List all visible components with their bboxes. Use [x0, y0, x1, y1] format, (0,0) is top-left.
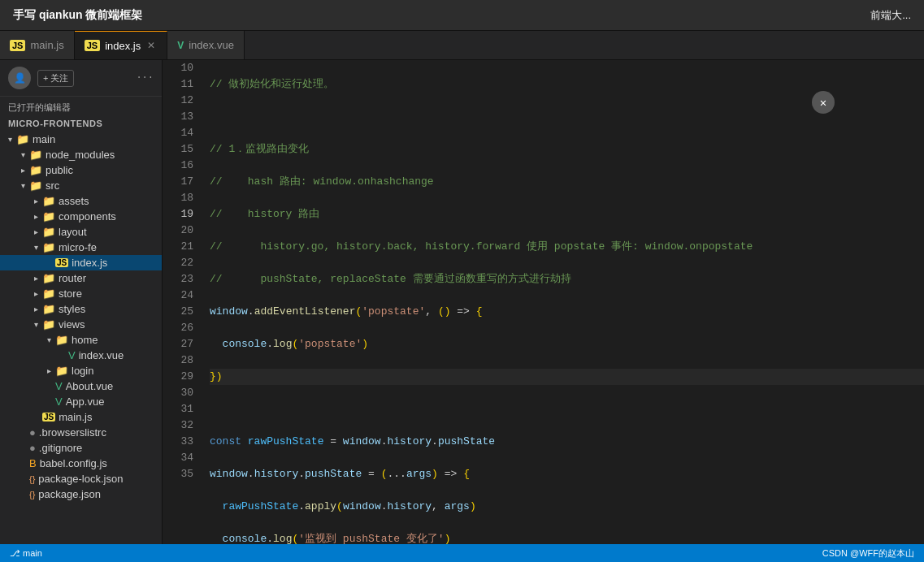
tree-item[interactable]: ▸ 📁 public	[0, 162, 162, 178]
tab-bar: JS main.js JS index.js ✕ V index.vue	[0, 31, 924, 60]
tab-main-js[interactable]: JS main.js	[0, 31, 75, 59]
tree-label: components	[59, 210, 116, 223]
chevron-right-icon: ▾	[16, 150, 29, 159]
tree-item[interactable]: ▾ 📁 src	[0, 178, 162, 193]
chevron-right-icon: ▸	[29, 289, 42, 298]
chevron-right-icon: ▸	[29, 305, 42, 313]
tree-label: node_modules	[46, 149, 115, 161]
tree-item[interactable]: ● .browserslistrc	[0, 425, 162, 440]
chevron-down-icon: ▾	[29, 243, 42, 252]
tree-label: App.vue	[66, 396, 105, 408]
js-file-icon: JS	[55, 258, 68, 267]
line-numbers: 10 11 12 13 14 15 16 17 18 19 20 21 22 2…	[163, 60, 203, 544]
more-button[interactable]: ···	[136, 72, 154, 84]
tree-label: micro-fe	[59, 241, 97, 253]
tree-label: router	[59, 272, 86, 284]
tree-label: layout	[59, 226, 87, 238]
folder-icon: 📁	[29, 164, 42, 176]
code-lines: // 做初始化和运行处理。 // 1．监视路由变化 // hash 路由: wi…	[203, 60, 924, 544]
tree-label: views	[59, 318, 85, 331]
editor-content[interactable]: 10 11 12 13 14 15 16 17 18 19 20 21 22 2…	[163, 60, 924, 544]
folder-icon: 📁	[42, 318, 55, 331]
folder-icon: 📁	[42, 210, 55, 223]
json-file-icon: {}	[29, 490, 35, 499]
chevron-down-icon: ▾	[3, 135, 16, 144]
folder-icon: 📁	[55, 334, 68, 346]
folder-icon: 📁	[29, 179, 42, 192]
folder-icon: 📁	[42, 303, 55, 315]
tree-item[interactable]: ● .gitignore	[0, 440, 162, 456]
avatar: 👤	[8, 67, 31, 89]
folder-icon: 📁	[42, 287, 55, 300]
tree-item[interactable]: ▸ 📁 styles	[0, 301, 162, 317]
tree-item[interactable]: V index.vue	[0, 348, 162, 363]
chevron-right-icon: ▸	[16, 166, 29, 175]
chevron-right-icon: ▸	[29, 227, 42, 236]
tree-item[interactable]: ▸ 📁 components	[0, 209, 162, 224]
vue-file-icon: V	[68, 349, 76, 361]
bottom-right: CSDN @WFF的赵本山	[822, 547, 914, 560]
tree-item[interactable]: V App.vue	[0, 394, 162, 409]
tree-item[interactable]: ▸ 📁 assets	[0, 193, 162, 209]
tree-item[interactable]: ▾ 📁 main	[0, 132, 162, 147]
dot-file-icon: ●	[29, 442, 36, 454]
vue-file-icon: V	[55, 396, 63, 408]
vue-icon: V	[177, 40, 184, 51]
tree-item[interactable]: JS index.js	[0, 255, 162, 270]
git-branch: ⎇ main	[10, 548, 42, 559]
sidebar-user: 👤 + 关注 ···	[0, 60, 162, 97]
tree-item[interactable]: ▸ 📁 store	[0, 286, 162, 301]
main-area: ✕ 👤 + 关注 ··· 已打开的编辑器 MICRO-FRONTENDS ▾ 📁…	[0, 60, 924, 544]
tab-close-icon[interactable]: ✕	[145, 39, 157, 52]
tab-label: index.js	[105, 40, 141, 52]
csdn-label: CSDN @WFF的赵本山	[822, 547, 914, 560]
tree-item[interactable]: ▾ 📁 home	[0, 332, 162, 348]
tree-label: About.vue	[66, 380, 114, 392]
chevron-right-icon: ▸	[29, 197, 42, 205]
top-bar: 手写 qiankun 微前端框架 前端大...	[0, 0, 924, 31]
json-file-icon: {}	[29, 474, 35, 484]
tree-item[interactable]: JS main.js	[0, 409, 162, 425]
folder-icon: 📁	[42, 272, 55, 284]
js-icon: JS	[85, 40, 100, 51]
tab-index-vue[interactable]: V index.vue	[167, 31, 245, 59]
tree-label: src	[46, 179, 59, 192]
section-title: MICRO-FRONTENDS	[0, 115, 162, 132]
js-icon: JS	[10, 40, 25, 51]
follow-button[interactable]: + 关注	[37, 70, 74, 87]
folder-icon: 📁	[42, 241, 55, 253]
tree-item[interactable]: ▾ 📁 views	[0, 317, 162, 332]
close-overlay-button[interactable]: ✕	[812, 91, 835, 114]
tree-item[interactable]: B babel.config.js	[0, 456, 162, 471]
tree-label: styles	[59, 303, 85, 315]
tree-item[interactable]: ▾ 📁 micro-fe	[0, 240, 162, 255]
sidebar: 👤 + 关注 ··· 已打开的编辑器 MICRO-FRONTENDS ▾ 📁 m…	[0, 60, 163, 544]
tree-item[interactable]: {} package.json	[0, 486, 162, 502]
babel-file-icon: B	[29, 457, 37, 469]
folder-icon: 📁	[42, 226, 55, 238]
opened-editors-label: 已打开的编辑器	[0, 97, 162, 115]
folder-icon: 📁	[42, 195, 55, 207]
tree-item[interactable]: ▸ 📁 login	[0, 363, 162, 378]
tree-item[interactable]: ▸ 📁 router	[0, 270, 162, 286]
tree-label: index.vue	[79, 349, 124, 361]
tree-item[interactable]: {} package-lock.json	[0, 471, 162, 486]
folder-icon: 📁	[16, 133, 29, 145]
tree-label: index.js	[72, 257, 107, 269]
tree-label: home	[72, 334, 98, 346]
tree-item[interactable]: V About.vue	[0, 378, 162, 394]
tree-item[interactable]: ▸ 📁 layout	[0, 224, 162, 240]
tree-label: babel.config.js	[40, 457, 107, 469]
tree-label: main	[33, 133, 55, 145]
tree-label: public	[46, 164, 73, 176]
vue-file-icon: V	[55, 380, 63, 392]
tree-label: .browserslistrc	[39, 426, 106, 439]
tab-index-js[interactable]: JS index.js ✕	[75, 31, 168, 59]
tree-label: package.json	[38, 488, 101, 500]
chevron-right-icon: ▸	[42, 366, 55, 375]
tab-label: main.js	[30, 39, 63, 51]
chevron-down-icon: ▾	[16, 181, 29, 190]
top-bar-title: 手写 qiankun 微前端框架	[0, 8, 155, 23]
folder-icon: 📁	[29, 149, 42, 161]
tree-item[interactable]: ▾ 📁 node_modules	[0, 147, 162, 162]
